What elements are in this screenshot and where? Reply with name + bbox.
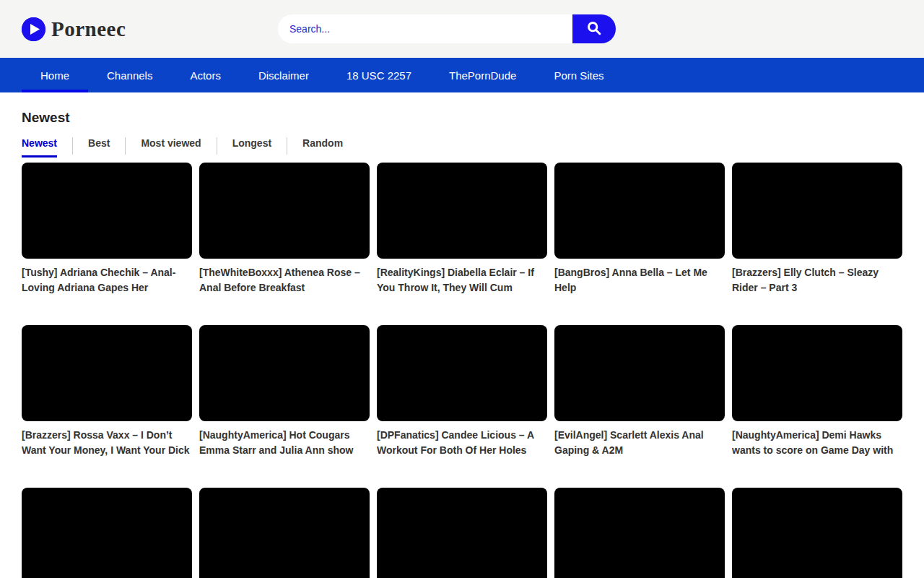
video-thumbnail[interactable]	[554, 325, 725, 421]
nav-item-18-usc-2257[interactable]: 18 USC 2257	[328, 58, 430, 92]
video-card[interactable]	[199, 488, 370, 578]
video-title[interactable]: [EvilAngel] Scarlett Alexis Anal Gaping …	[554, 428, 725, 458]
video-thumbnail[interactable]	[732, 325, 902, 421]
video-thumbnail[interactable]	[377, 325, 547, 421]
video-thumbnail[interactable]	[199, 163, 370, 259]
video-title[interactable]: [Brazzers] Rossa Vaxx – I Don’t Want You…	[22, 428, 192, 458]
nav-item-porn-sites[interactable]: Porn Sites	[535, 58, 622, 92]
video-thumbnail[interactable]	[732, 163, 902, 259]
video-thumbnail[interactable]	[199, 488, 370, 578]
video-card[interactable]	[732, 488, 902, 578]
page-title: Newest	[22, 110, 902, 126]
tab-most-viewed[interactable]: Most viewed	[141, 137, 217, 155]
video-card[interactable]: [NaughtyAmerica] Demi Hawks wants to sco…	[732, 325, 902, 458]
play-icon	[22, 17, 45, 41]
video-card[interactable]	[554, 488, 725, 578]
video-thumbnail[interactable]	[22, 488, 192, 578]
video-thumbnail[interactable]	[377, 163, 547, 259]
video-card[interactable]	[22, 488, 192, 578]
video-card[interactable]: [TheWhiteBoxxx] Athenea Rose – Anal Befo…	[199, 163, 370, 296]
site-header: Porneec	[0, 0, 924, 58]
video-title[interactable]: [TheWhiteBoxxx] Athenea Rose – Anal Befo…	[199, 265, 370, 296]
search-icon	[586, 20, 602, 38]
video-card[interactable]: [RealityKings] Diabella Eclair – If You …	[377, 163, 547, 296]
video-title[interactable]: [NaughtyAmerica] Hot Cougars Emma Starr …	[199, 428, 370, 458]
nav-item-channels[interactable]: Channels	[88, 58, 171, 92]
tab-newest[interactable]: Newest	[22, 137, 73, 155]
video-thumbnail[interactable]	[554, 488, 725, 578]
video-thumbnail[interactable]	[22, 325, 192, 421]
video-thumbnail[interactable]	[554, 163, 725, 259]
search-button[interactable]	[572, 14, 616, 43]
sort-tabbar: Newest Best Most viewed Longest Random	[22, 137, 902, 155]
video-title[interactable]: [Brazzers] Elly Clutch – Sleazy Rider – …	[732, 265, 902, 296]
video-title[interactable]: [NaughtyAmerica] Demi Hawks wants to sco…	[732, 428, 902, 458]
main-nav: Home Channels Actors Disclaimer 18 USC 2…	[0, 58, 924, 92]
tab-longest[interactable]: Longest	[232, 137, 287, 155]
video-grid: [Tushy] Adriana Chechik – Anal-Loving Ad…	[22, 163, 902, 578]
video-title[interactable]: [Tushy] Adriana Chechik – Anal-Loving Ad…	[22, 265, 192, 296]
video-thumbnail[interactable]	[732, 488, 902, 578]
nav-list: Home Channels Actors Disclaimer 18 USC 2…	[22, 58, 924, 92]
video-card[interactable]: [Tushy] Adriana Chechik – Anal-Loving Ad…	[22, 163, 192, 296]
search-input[interactable]	[278, 14, 572, 43]
site-logo[interactable]: Porneec	[22, 0, 126, 58]
nav-item-actors[interactable]: Actors	[171, 58, 240, 92]
video-card[interactable]: [DPFanatics] Candee Licious – A Workout …	[377, 325, 547, 458]
tab-random[interactable]: Random	[302, 137, 358, 155]
nav-item-theporndude[interactable]: ThePornDude	[430, 58, 535, 92]
main-content: Newest Newest Best Most viewed Longest R…	[0, 110, 924, 578]
video-card[interactable]: [Brazzers] Elly Clutch – Sleazy Rider – …	[732, 163, 902, 296]
video-card[interactable]: [Brazzers] Rossa Vaxx – I Don’t Want You…	[22, 325, 192, 458]
video-card[interactable]: [NaughtyAmerica] Hot Cougars Emma Starr …	[199, 325, 370, 458]
video-title[interactable]: [RealityKings] Diabella Eclair – If You …	[377, 265, 547, 296]
search-form	[278, 14, 616, 43]
video-title[interactable]: [DPFanatics] Candee Licious – A Workout …	[377, 428, 547, 458]
tab-best[interactable]: Best	[88, 137, 126, 155]
video-card[interactable]: [BangBros] Anna Bella – Let Me Help	[554, 163, 725, 296]
site-title: Porneec	[51, 17, 126, 41]
video-card[interactable]: [EvilAngel] Scarlett Alexis Anal Gaping …	[554, 325, 725, 458]
video-thumbnail[interactable]	[377, 488, 547, 578]
video-thumbnail[interactable]	[199, 325, 370, 421]
video-card[interactable]	[377, 488, 547, 578]
nav-item-disclaimer[interactable]: Disclaimer	[240, 58, 328, 92]
nav-item-home[interactable]: Home	[22, 58, 88, 92]
video-title[interactable]: [BangBros] Anna Bella – Let Me Help	[554, 265, 725, 296]
video-thumbnail[interactable]	[22, 163, 192, 259]
